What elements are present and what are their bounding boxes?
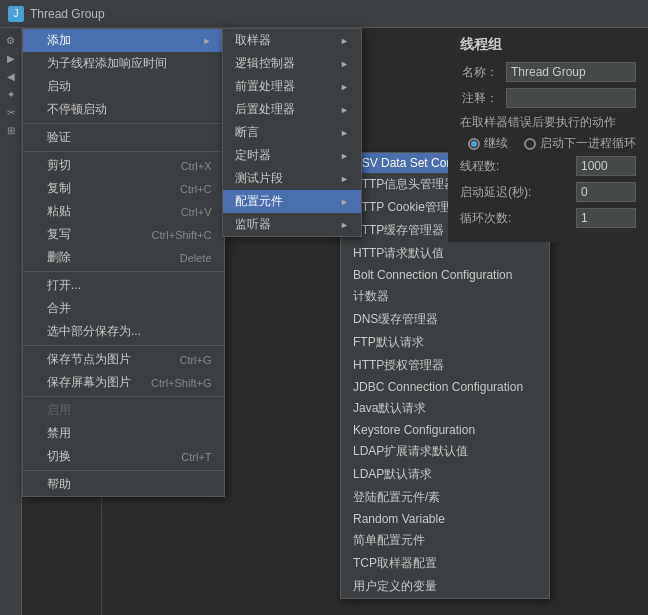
menu-item-delete[interactable]: 删除 Delete: [23, 246, 224, 269]
name-label: 名称：: [460, 64, 498, 81]
submenu-item-test-fragment[interactable]: 测试片段: [223, 167, 361, 190]
loop-label: 循环次数:: [460, 210, 576, 227]
menu-item-disable[interactable]: 禁用: [23, 422, 224, 445]
submenu2-http-request-defaults[interactable]: HTTP请求默认值: [341, 242, 549, 265]
comment-input[interactable]: [506, 88, 636, 108]
num-users-input[interactable]: [576, 156, 636, 176]
name-input[interactable]: [506, 62, 636, 82]
menu-item-enable: 启用: [23, 399, 224, 422]
menu-item-save-node-img[interactable]: 保存节点为图片 Ctrl+G: [23, 348, 224, 371]
sep-5: [23, 396, 224, 397]
submenu2-counter[interactable]: 计数器: [341, 285, 549, 308]
radio-continue-label: 继续: [484, 135, 508, 152]
ramp-up-row: 启动延迟(秒):: [460, 182, 636, 202]
menu-item-add[interactable]: 添加: [23, 29, 224, 52]
app-icon: J: [8, 6, 24, 22]
submenu-item-sampler[interactable]: 取样器: [223, 29, 361, 52]
menu-item-start[interactable]: 启动: [23, 75, 224, 98]
submenu2-ftp-defaults[interactable]: FTP默认请求: [341, 331, 549, 354]
radio-continue[interactable]: 继续: [468, 135, 508, 152]
submenu2-java-defaults[interactable]: Java默认请求: [341, 397, 549, 420]
menu-item-copy[interactable]: 复制 Ctrl+C: [23, 177, 224, 200]
menu-item-open[interactable]: 打开...: [23, 274, 224, 297]
menu-item-paste[interactable]: 粘贴 Ctrl+V: [23, 200, 224, 223]
sep-2: [23, 151, 224, 152]
loop-input[interactable]: [576, 208, 636, 228]
sep-6: [23, 470, 224, 471]
submenu2-tcp-sampler-config[interactable]: TCP取样器配置: [341, 552, 549, 575]
primary-context-menu: 添加 为子线程添加响应时间 启动 不停顿启动 验证 剪切 Ctrl+X 复制: [22, 28, 225, 497]
panel-title: 线程组: [460, 36, 636, 54]
menu-item-help[interactable]: 帮助: [23, 473, 224, 496]
num-users-row: 线程数:: [460, 156, 636, 176]
title-bar: J Thread Group: [0, 0, 648, 28]
submenu-item-timer[interactable]: 定时器: [223, 144, 361, 167]
ramp-up-input[interactable]: [576, 182, 636, 202]
submenu2-ldap-defaults[interactable]: LDAP默认请求: [341, 463, 549, 486]
submenu-add: 取样器 逻辑控制器 前置处理器 后置处理器 断言 定时器 测试片段 配置元件: [222, 28, 362, 237]
sidebar-icon-1[interactable]: ⚙: [3, 32, 19, 48]
sidebar-icon-6[interactable]: ⊞: [3, 122, 19, 138]
right-panel: 线程组 名称： 注释： 在取样器错误后要执行的动作 继续 启动下一进程循环 线程…: [448, 28, 648, 242]
menu-item-merge[interactable]: 合并: [23, 297, 224, 320]
sep-4: [23, 345, 224, 346]
menu-item-start-no-pause[interactable]: 不停顿启动: [23, 98, 224, 121]
loop-row: 循环次数:: [460, 208, 636, 228]
submenu-item-config-element[interactable]: 配置元件: [223, 190, 361, 213]
submenu-item-post-processor[interactable]: 后置处理器: [223, 98, 361, 121]
sep-3: [23, 271, 224, 272]
menu-item-verify[interactable]: 验证: [23, 126, 224, 149]
submenu2-ldap-ext[interactable]: LDAP扩展请求默认值: [341, 440, 549, 463]
menu-item-save-selection[interactable]: 选中部分保存为...: [23, 320, 224, 343]
submenu2-user-defined-vars[interactable]: 用户定义的变量: [341, 575, 549, 598]
submenu2-bolt-connection[interactable]: Bolt Connection Configuration: [341, 265, 549, 285]
submenu-item-logic-controller[interactable]: 逻辑控制器: [223, 52, 361, 75]
sidebar-icon-4[interactable]: ✦: [3, 86, 19, 102]
context-menu-area: 添加 为子线程添加响应时间 启动 不停顿启动 验证 剪切 Ctrl+X 复制: [22, 28, 225, 497]
comment-label: 注释：: [460, 90, 498, 107]
radio-row: 继续 启动下一进程循环: [468, 135, 636, 152]
num-users-label: 线程数:: [460, 158, 576, 175]
sidebar-icon-2[interactable]: ▶: [3, 50, 19, 66]
radio-continue-dot: [468, 138, 480, 150]
left-sidebar: ⚙ ▶ ◀ ✦ ✂ ⊞: [0, 28, 22, 615]
radio-next-loop-dot: [524, 138, 536, 150]
submenu2-simple-config[interactable]: 简单配置元件: [341, 529, 549, 552]
title-bar-text: Thread Group: [30, 7, 105, 21]
submenu2-login-config[interactable]: 登陆配置元件/素: [341, 486, 549, 509]
submenu2-http-auth[interactable]: HTTP授权管理器: [341, 354, 549, 377]
menu-item-toggle[interactable]: 切换 Ctrl+T: [23, 445, 224, 468]
sep-1: [23, 123, 224, 124]
submenu2-keystore[interactable]: Keystore Configuration: [341, 420, 549, 440]
sidebar-icon-3[interactable]: ◀: [3, 68, 19, 84]
submenu2-dns-cache[interactable]: DNS缓存管理器: [341, 308, 549, 331]
name-row: 名称：: [460, 62, 636, 82]
submenu-item-pre-processor[interactable]: 前置处理器: [223, 75, 361, 98]
submenu-item-assertion[interactable]: 断言: [223, 121, 361, 144]
action-label: 在取样器错误后要执行的动作: [460, 114, 636, 131]
submenu-item-listener[interactable]: 监听器: [223, 213, 361, 236]
radio-next-loop-label: 启动下一进程循环: [540, 135, 636, 152]
menu-item-save-screen-img[interactable]: 保存屏幕为图片 Ctrl+Shift+G: [23, 371, 224, 394]
sidebar-icon-5[interactable]: ✂: [3, 104, 19, 120]
submenu2-random-variable[interactable]: Random Variable: [341, 509, 549, 529]
menu-item-add-response-time[interactable]: 为子线程添加响应时间: [23, 52, 224, 75]
menu-item-duplicate[interactable]: 复写 Ctrl+Shift+C: [23, 223, 224, 246]
radio-next-loop[interactable]: 启动下一进程循环: [524, 135, 636, 152]
ramp-up-label: 启动延迟(秒):: [460, 184, 576, 201]
menu-item-cut[interactable]: 剪切 Ctrl+X: [23, 154, 224, 177]
submenu2-jdbc-connection[interactable]: JDBC Connection Configuration: [341, 377, 549, 397]
comment-row: 注释：: [460, 88, 636, 108]
